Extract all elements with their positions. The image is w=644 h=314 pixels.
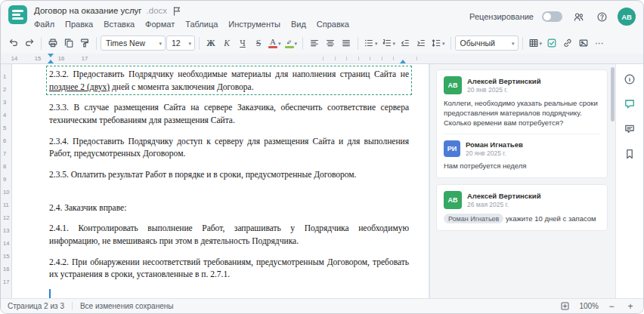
vertical-ruler: 1234567891011121314151617 xyxy=(1,64,12,298)
menu-insert[interactable]: Вставка xyxy=(104,20,135,29)
comment-text: Коллеги, необходимо указать реальные сро… xyxy=(444,99,600,128)
top-right-controls: Рецензирование АВ xyxy=(469,5,636,26)
menu-help[interactable]: Справка xyxy=(317,20,349,29)
right-indent-marker[interactable] xyxy=(400,60,406,63)
paragraph: 2.3.4. Предоставить Подрядчику доступ к … xyxy=(49,135,409,160)
highlight-color-button[interactable]: ▾ xyxy=(283,35,299,51)
zoom-value[interactable]: 100% xyxy=(579,302,599,310)
reply-text: Нам потребуется неделя xyxy=(444,162,600,171)
first-line-indent-marker[interactable] xyxy=(48,54,54,57)
document-title-row: Договор на оказание услуг.docx xyxy=(34,5,469,16)
font-family-select[interactable]: Times New▾ xyxy=(101,35,166,51)
redo-button[interactable] xyxy=(22,35,37,51)
comment-author: Алексей Вертинский xyxy=(467,192,541,200)
right-sidebar xyxy=(615,64,643,298)
comment-author: Алексей Вертинский xyxy=(467,77,541,85)
flag-icon[interactable] xyxy=(172,5,182,16)
title-menu-block: Договор на оказание услуг.docx Файл Прав… xyxy=(34,5,469,29)
commented-text: позднее 2 (двух) xyxy=(49,82,110,91)
comment-card[interactable]: АВ Алексей Вертинский 26 мая 2025 г. Ром… xyxy=(436,184,608,230)
page-indicator: Страница 2 из 3 xyxy=(8,302,64,310)
reply-date: 20 янв 2025 г. xyxy=(466,149,523,157)
paragraph: 2.4.2. При обнаружении несоответствий тр… xyxy=(49,256,409,281)
help-icon[interactable] xyxy=(594,9,609,24)
underline-button[interactable]: Ч xyxy=(235,35,250,51)
strikethrough-button[interactable]: S xyxy=(251,35,266,51)
print-button[interactable] xyxy=(45,35,60,51)
menu-format[interactable]: Формат xyxy=(145,20,175,29)
comments-icon[interactable] xyxy=(622,97,637,112)
menu-table[interactable]: Таблица xyxy=(185,20,218,29)
font-color-button[interactable]: A▾ xyxy=(267,35,283,51)
bold-button[interactable]: Ж xyxy=(203,35,218,51)
paragraph-text: 2.3.2. Предоставить Подрядчику необходим… xyxy=(49,69,409,78)
line-spacing-button[interactable]: ▾ xyxy=(429,35,447,51)
paragraph: 2.3.5. Оплатить результат Работ в порядк… xyxy=(49,168,409,181)
scrollbar-thumb[interactable] xyxy=(611,67,615,122)
top-bar: Договор на оказание услуг.docx Файл Прав… xyxy=(1,1,643,32)
align-justify-button[interactable] xyxy=(339,35,354,51)
reply-avatar: РИ xyxy=(444,140,460,157)
paragraph: 2.4. Заказчик вправе: xyxy=(49,202,409,214)
comment-reply[interactable]: РИ Роман Игнатьев 20 янв 2025 г. Нам пот… xyxy=(444,134,600,171)
chat-icon[interactable] xyxy=(622,122,637,137)
paragraph: 2.4.1. Контролировать выполнение Работ, … xyxy=(49,222,409,247)
user-avatar[interactable]: АВ xyxy=(618,8,636,26)
review-mode-toggle[interactable] xyxy=(542,11,562,22)
numbered-list-button[interactable]: ▾ xyxy=(380,35,398,51)
copy-style-button[interactable] xyxy=(77,35,92,51)
zoom-in-button[interactable]: + xyxy=(624,300,636,312)
menu-view[interactable]: Вид xyxy=(291,20,306,29)
document-page[interactable]: 2.3.2. Предоставить Подрядчику необходим… xyxy=(12,64,429,298)
review-mode-label: Рецензирование xyxy=(469,12,534,21)
comment-card[interactable]: АВ Алексей Вертинский 20 янв 2025 г. Кол… xyxy=(436,69,608,178)
app-logo[interactable] xyxy=(8,5,27,24)
document-editor-window: Договор на оказание услуг.docx Файл Прав… xyxy=(0,0,644,314)
copy-button[interactable] xyxy=(61,35,76,51)
paragraph-style-select[interactable]: Обычный▾ xyxy=(455,35,519,51)
comment-avatar: АВ xyxy=(444,76,462,94)
info-icon[interactable] xyxy=(622,72,637,87)
menu-bar: Файл Правка Вставка Формат Таблица Инстр… xyxy=(34,20,469,29)
empty-paragraph xyxy=(49,289,409,298)
menu-tools[interactable]: Инструменты xyxy=(228,20,280,29)
document-extension: .docx xyxy=(147,6,168,16)
font-size-select[interactable]: 12▾ xyxy=(166,35,195,51)
menu-edit[interactable]: Правка xyxy=(65,20,93,29)
insert-image-button[interactable] xyxy=(576,35,591,51)
zoom-out-button[interactable]: − xyxy=(605,300,618,312)
hanging-indent-marker[interactable] xyxy=(48,60,54,63)
italic-button[interactable]: К xyxy=(219,35,234,51)
undo-button[interactable] xyxy=(6,35,21,51)
comments-scrollbar xyxy=(611,67,615,294)
comment-date: 20 янв 2025 г. xyxy=(467,86,541,94)
text-cursor xyxy=(49,289,51,298)
formatting-toolbar: Times New▾ 12▾ Ж К Ч S A▾ ▾ ▾ ▾ ▾ Обычны… xyxy=(1,32,643,54)
comments-panel: АВ Алексей Вертинский 20 янв 2025 г. Кол… xyxy=(429,64,615,298)
decrease-indent-button[interactable] xyxy=(398,35,413,51)
paragraph-commented: 2.3.2. Предоставить Подрядчику необходим… xyxy=(46,66,412,95)
mention-chip: Роман Игнатьев xyxy=(444,214,503,223)
reply-author: Роман Игнатьев xyxy=(466,140,523,149)
bullet-list-button[interactable]: ▾ xyxy=(362,35,379,51)
comment-date: 26 мая 2025 г. xyxy=(467,201,541,208)
comment-avatar: АВ xyxy=(444,191,462,209)
checkbox-button[interactable] xyxy=(544,35,559,51)
horizontal-ruler: 1234567891011121314151617 xyxy=(1,54,643,64)
increase-indent-button[interactable] xyxy=(413,35,429,51)
menu-file[interactable]: Файл xyxy=(34,20,54,29)
fit-page-icon[interactable] xyxy=(557,299,572,314)
align-center-button[interactable] xyxy=(323,35,338,51)
insert-table-button[interactable]: ▾ xyxy=(527,35,544,51)
align-left-button[interactable] xyxy=(307,35,322,51)
comment-text: Роман Игнатьев укажите 10 дней с запасом xyxy=(444,214,600,223)
toolbar-more-button[interactable]: ⋯ xyxy=(592,35,607,51)
paragraph-text: дней с момента заключения Договора. xyxy=(110,82,254,91)
collaborators-icon[interactable] xyxy=(571,9,586,24)
bookmark-icon[interactable] xyxy=(622,146,637,162)
main-area: 1234567891011121314151617 2.3.2. Предост… xyxy=(1,64,643,298)
document-title[interactable]: Договор на оказание услуг xyxy=(34,6,142,16)
paragraph: 2.3.3. В случае размещения Сайта на серв… xyxy=(49,101,409,126)
status-bar: Страница 2 из 3 Все изменения сохранены … xyxy=(1,298,643,313)
insert-link-button[interactable] xyxy=(560,35,575,51)
